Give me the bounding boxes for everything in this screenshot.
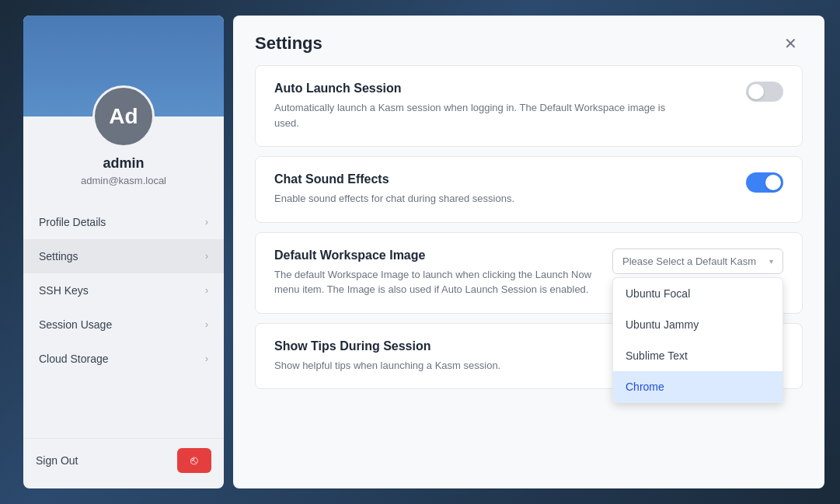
modal-content: Auto Launch Session Automatically launch…	[233, 65, 824, 488]
close-button[interactable]: ✕	[778, 31, 803, 56]
nav-items: Profile Details › Settings › SSH Keys › …	[23, 199, 224, 438]
toggle-knob-chat-sound	[765, 175, 781, 190]
toggle-auto-launch[interactable]	[746, 82, 783, 102]
dropdown-trigger-default-workspace[interactable]: Please Select a Default Kasm ▾	[612, 249, 783, 274]
user-email: admin@kasm.local	[36, 175, 211, 186]
setting-title-chat-sound: Chat Sound Effects	[274, 172, 730, 186]
modal-header: Settings ✕	[233, 16, 824, 65]
dropdown-placeholder: Please Select a Default Kasm	[622, 255, 756, 267]
sidebar-item-label: SSH Keys	[39, 284, 89, 297]
toggle-chat-sound[interactable]	[746, 172, 783, 193]
setting-desc-auto-launch: Automatically launch a Kasm session when…	[274, 100, 678, 130]
sidebar-item-settings[interactable]: Settings ›	[23, 239, 224, 273]
setting-card-default-workspace: Default Workspace Image The default Work…	[255, 232, 803, 314]
sidebar-item-cloud-storage[interactable]: Cloud Storage ›	[23, 342, 224, 376]
sidebar-item-label: Cloud Storage	[39, 353, 109, 365]
sign-out-icon: ⎋	[190, 454, 198, 468]
setting-title-default-workspace: Default Workspace Image	[274, 249, 597, 262]
dropdown-menu-default-workspace: Ubuntu Focal Ubuntu Jammy Sublime Text C…	[612, 277, 783, 403]
setting-card-inner-default-workspace: Default Workspace Image The default Work…	[274, 249, 783, 297]
chevron-right-icon: ›	[205, 319, 208, 330]
avatar-wrapper: Ad	[92, 85, 155, 148]
main-panel: Settings ✕ Auto Launch Session Automatic…	[233, 16, 824, 488]
avatar: Ad	[92, 85, 155, 148]
sidebar-item-profile-details[interactable]: Profile Details ›	[23, 205, 224, 239]
setting-card-auto-launch: Auto Launch Session Automatically launch…	[255, 65, 803, 147]
setting-card-chat-sound: Chat Sound Effects Enable sound effects …	[255, 156, 803, 223]
chevron-right-icon: ›	[205, 251, 208, 262]
setting-info-auto-launch: Auto Launch Session Automatically launch…	[274, 82, 746, 130]
sidebar-item-label: Profile Details	[39, 216, 106, 228]
sidebar-item-label: Session Usage	[39, 318, 112, 331]
toggle-wrapper-auto-launch	[746, 82, 783, 102]
setting-title-auto-launch: Auto Launch Session	[274, 82, 730, 96]
dropdown-option[interactable]: Ubuntu Focal	[613, 278, 782, 309]
toggle-wrapper-chat-sound	[746, 172, 783, 193]
sign-out-button[interactable]: ⎋	[177, 448, 211, 473]
chevron-down-icon: ▾	[769, 257, 773, 266]
left-panel: Ad admin admin@kasm.local Profile Detail…	[23, 16, 224, 488]
sidebar-item-ssh-keys[interactable]: SSH Keys ›	[23, 273, 224, 308]
dropdown-option[interactable]: Chrome	[613, 371, 782, 402]
chevron-right-icon: ›	[205, 217, 208, 228]
toggle-knob-auto-launch	[748, 84, 764, 99]
user-name: admin	[36, 155, 211, 172]
setting-info-chat-sound: Chat Sound Effects Enable sound effects …	[274, 172, 746, 207]
sidebar-item-label: Settings	[39, 250, 78, 262]
dropdown-option[interactable]: Sublime Text	[613, 340, 782, 371]
sign-out-label: Sign Out	[36, 454, 78, 467]
setting-info-default-workspace: Default Workspace Image The default Work…	[274, 249, 612, 297]
sign-out-row: Sign Out ⎋	[23, 438, 224, 482]
setting-card-inner-auto-launch: Auto Launch Session Automatically launch…	[274, 82, 783, 130]
sidebar-item-session-usage[interactable]: Session Usage ›	[23, 308, 224, 342]
chevron-right-icon: ›	[205, 353, 208, 364]
close-icon: ✕	[784, 34, 797, 53]
chevron-right-icon: ›	[205, 285, 208, 296]
setting-desc-default-workspace: The default Workspace Image to launch wh…	[274, 267, 597, 297]
modal-title: Settings	[255, 33, 322, 54]
user-info: admin admin@kasm.local	[23, 155, 224, 199]
setting-desc-chat-sound: Enable sound effects for chat during sha…	[274, 191, 678, 207]
setting-card-inner-chat-sound: Chat Sound Effects Enable sound effects …	[274, 172, 783, 207]
dropdown-option[interactable]: Ubuntu Jammy	[613, 309, 782, 340]
dropdown-default-workspace: Please Select a Default Kasm ▾ Ubuntu Fo…	[612, 249, 783, 274]
profile-header: Ad	[23, 16, 224, 116]
